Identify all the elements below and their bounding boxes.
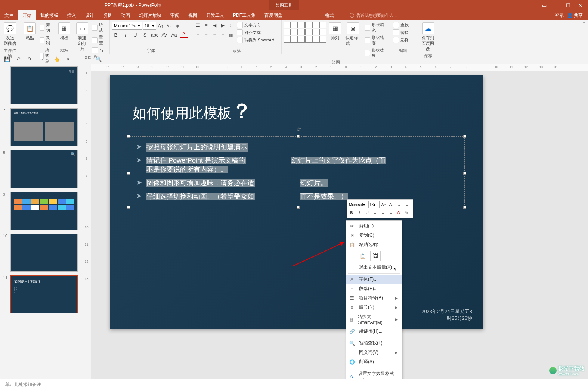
align-right-button[interactable]: ≡ (211, 31, 218, 39)
layout-button[interactable]: 版式 (91, 22, 107, 34)
arrange-button[interactable]: ▦排列 (328, 22, 343, 41)
tab-pdf-tools[interactable]: PDF工具集 (229, 10, 260, 20)
paste-keep-formatting[interactable]: 📋 (358, 251, 368, 261)
shape-triangle-icon[interactable] (284, 29, 291, 35)
shape-more-icon[interactable] (319, 36, 326, 43)
mini-font-size[interactable]: 18▾ (368, 201, 380, 208)
slide-thumbnail[interactable]: 🔍 (10, 150, 78, 188)
resize-handle[interactable] (463, 172, 466, 175)
slide-thumbnail[interactable]: 导语 (10, 66, 78, 104)
replace-button[interactable]: 替换 (392, 29, 414, 36)
resize-handle[interactable] (127, 135, 130, 138)
shape-rect-icon[interactable] (312, 22, 319, 28)
slide-title[interactable]: 如何使用此模板？ (110, 75, 483, 132)
tab-design[interactable]: 设计 (81, 10, 99, 20)
copy-button[interactable]: 复制 (39, 34, 53, 46)
touch-mode-button[interactable]: 👆 (53, 56, 60, 63)
qat-more-button[interactable]: ▾ (65, 56, 71, 63)
columns-button[interactable]: ▥ (227, 31, 235, 39)
template-button[interactable]: ▦模板 (58, 22, 70, 41)
cut-button[interactable]: 剪切 (39, 22, 53, 34)
convert-smartart-button[interactable]: 转换为 SmartArt (236, 37, 275, 43)
change-case-button[interactable]: Aa (170, 31, 178, 39)
tab-transitions[interactable]: 切换 (99, 10, 117, 20)
char-spacing-button[interactable]: AV (161, 31, 168, 39)
save-to-baidu-button[interactable]: ☁保存到 百度网盘 (418, 22, 437, 53)
send-to-wechat-button[interactable]: 💬发送 到微信 (2, 22, 18, 47)
shape-fill-button[interactable]: 形状填充 (364, 22, 387, 34)
cm-smartart[interactable]: ▦转换为 SmartArt(M)▶ (346, 312, 402, 327)
resize-handle[interactable] (297, 135, 300, 138)
tab-home[interactable]: 开始 (18, 10, 36, 20)
tab-my-templates[interactable]: 我的模板 (36, 10, 63, 20)
resize-handle[interactable] (297, 206, 300, 209)
tab-format[interactable]: 格式 (321, 10, 338, 20)
shape-arrow-icon[interactable] (305, 22, 312, 28)
save-button[interactable]: 💾 (4, 56, 10, 63)
paste-button[interactable]: 📋粘贴 (22, 22, 37, 41)
tab-review[interactable]: 审阅 (166, 10, 184, 20)
shape-brace-icon[interactable] (312, 29, 319, 35)
cm-exit-text-edit[interactable]: 退出文本编辑(X) (346, 263, 402, 272)
slide-thumbnail[interactable]: ✓ ... (10, 234, 78, 272)
decrease-indent-button[interactable]: ◀ (211, 22, 218, 29)
cm-cut[interactable]: ✂剪切(T) (346, 221, 402, 231)
slide-thumbnail[interactable] (10, 192, 78, 230)
ribbon-options-icon[interactable]: ▭ (542, 3, 547, 8)
shape-line-icon[interactable] (291, 22, 298, 28)
slide-edit-area[interactable]: 1615141312111098765432101234567891011121… (91, 64, 588, 379)
start-slideshow-button[interactable]: ▭ (37, 56, 44, 63)
font-color-button[interactable]: A (180, 31, 188, 38)
mini-increase-font[interactable]: A↑ (380, 201, 387, 208)
tab-animations[interactable]: 动画 (117, 10, 134, 20)
mini-underline[interactable]: U (363, 209, 371, 216)
cm-text-effects-format[interactable]: A设置文字效果格式(S)... (346, 369, 402, 379)
resize-handle[interactable] (463, 206, 466, 209)
mini-italic[interactable]: I (356, 209, 363, 216)
thumbnail-item[interactable]: 8 🔍 (3, 150, 79, 188)
thumbnail-pane[interactable]: 导语 7 选择下面列出效果的标题 8 🔍 9 10 ✓ ... 11 如何使用此… (0, 64, 82, 379)
resize-handle[interactable] (127, 206, 130, 209)
tab-insert[interactable]: 插入 (63, 10, 81, 20)
slide-thumbnail-selected[interactable]: 如何使用此模板？➤ ...➤ ...➤ ...➤ ... (10, 275, 78, 313)
quick-styles-button[interactable]: ◉快速样式 (344, 22, 362, 47)
tab-baidu[interactable]: 百度网盘 (260, 10, 287, 20)
cm-smart-lookup[interactable]: 🔍智能查找(L) (346, 338, 402, 348)
maximize-icon[interactable]: ☐ (566, 3, 571, 8)
shadow-button[interactable]: abc (151, 31, 158, 39)
section-button[interactable]: 节 (91, 47, 107, 54)
minimize-icon[interactable]: — (554, 3, 559, 8)
thumbnail-item[interactable]: 7 选择下面列出效果的标题 (3, 108, 79, 146)
redo-button[interactable]: ↷ (26, 56, 33, 63)
paste-picture[interactable]: 🖼 (370, 251, 381, 261)
resize-handle[interactable] (463, 135, 466, 138)
notes-pane[interactable]: 单击此处添加备注 (0, 379, 588, 387)
shape-rect-icon[interactable] (284, 22, 291, 28)
shape-star-icon[interactable] (284, 36, 291, 43)
shape-connector-icon[interactable] (305, 29, 312, 35)
cm-hyperlink[interactable]: 🔗超链接(H)... (346, 327, 402, 336)
thumbnail-item[interactable]: 导语 (3, 66, 79, 104)
font-size-dropdown[interactable]: 18▾ (143, 22, 156, 30)
shape-diamond-icon[interactable] (298, 29, 305, 35)
line-spacing-button[interactable]: ↕ (227, 22, 235, 29)
bold-button[interactable]: B (112, 31, 120, 39)
shape-hex-icon[interactable] (291, 36, 298, 43)
find-button[interactable]: 查找 (392, 22, 414, 28)
bullets-button[interactable]: ☰ (194, 22, 202, 29)
close-icon[interactable]: ✕ (578, 3, 583, 8)
select-button[interactable]: 选择 (392, 37, 414, 43)
selected-text-box[interactable]: ⟳ ➤按照每张幻灯片上的说明创建演示 ➤请记住 PowerPoint 是演示文稿… (129, 136, 465, 207)
rotate-handle-icon[interactable]: ⟳ (297, 126, 301, 132)
tab-developer[interactable]: 开发工具 (202, 10, 229, 20)
mini-bold[interactable]: B (348, 209, 355, 216)
mini-indent[interactable]: ≡ (396, 201, 403, 208)
thumbnail-item[interactable]: 9 (3, 192, 79, 230)
mini-align-center[interactable]: ≡ (379, 209, 387, 216)
cm-bullets[interactable]: ☰项目符号(B)▶ (346, 293, 402, 303)
justify-button[interactable]: ≡ (219, 31, 226, 39)
collapse-ribbon-icon[interactable]: ˇ (580, 20, 588, 54)
shape-line-icon[interactable] (298, 22, 305, 28)
shape-arrow-icon[interactable] (291, 29, 298, 35)
thumbnail-item[interactable]: 11 如何使用此模板？➤ ...➤ ...➤ ...➤ ... (3, 275, 79, 313)
